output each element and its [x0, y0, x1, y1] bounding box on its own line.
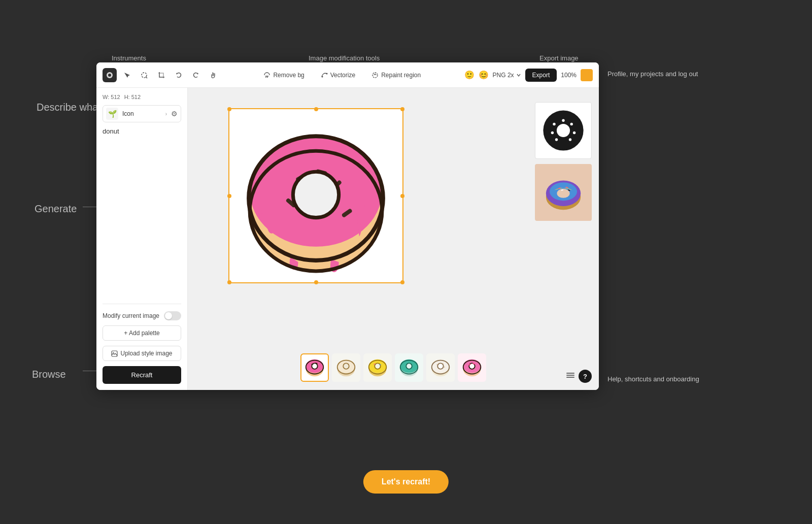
undo-tool[interactable]	[172, 68, 186, 82]
thumbnail-2[interactable]	[332, 353, 360, 382]
zoom-display: 100%	[561, 72, 577, 79]
prompt-textarea[interactable]: donut	[103, 127, 181, 299]
remove-bg-button[interactable]: Remove bg	[259, 70, 308, 81]
lets-recraft-button[interactable]: Let's recraft!	[363, 470, 449, 494]
toolbar-left	[103, 68, 220, 82]
svg-point-31	[570, 123, 573, 125]
sidebar-image-1[interactable]	[535, 102, 592, 159]
svg-point-5	[321, 76, 323, 77]
layer-chevron-icon: ›	[165, 111, 167, 117]
divider	[103, 304, 181, 304]
help-button[interactable]: ?	[579, 370, 592, 383]
toolbar: Remove bg Vectorize Repaint region 🙂	[96, 62, 599, 88]
profile-label: Profile, my projects and log out	[607, 70, 698, 79]
upload-style-button[interactable]: Upload style image	[103, 346, 181, 361]
instruments-label: Instruments	[112, 54, 146, 62]
left-panel: W: 512 H: 512 🌱 Icon › ⚙ donut Modify cu…	[96, 88, 188, 390]
svg-point-29	[553, 123, 555, 125]
content-area: W: 512 H: 512 🌱 Icon › ⚙ donut Modify cu…	[96, 88, 599, 390]
sidebar-image-2[interactable]	[535, 164, 592, 221]
svg-point-7	[373, 73, 378, 78]
thumbnail-3[interactable]	[363, 353, 392, 382]
svg-point-1	[108, 74, 111, 77]
svg-point-32	[573, 132, 576, 134]
add-palette-button[interactable]: + Add palette	[103, 325, 181, 341]
layer-item[interactable]: 🌱 Icon › ⚙	[103, 105, 181, 122]
emoji-1-button[interactable]: 🙂	[464, 70, 475, 80]
upload-icon	[111, 350, 118, 357]
thumbnail-4[interactable]	[395, 353, 423, 382]
svg-point-30	[562, 119, 564, 122]
bottom-cta: Let's recraft!	[363, 470, 449, 494]
generate-label: Generate	[35, 203, 77, 215]
donut-canvas[interactable]	[228, 108, 403, 283]
repaint-region-button[interactable]: Repaint region	[367, 70, 425, 81]
logo-button[interactable]	[103, 68, 117, 82]
crop-tool[interactable]	[154, 68, 168, 82]
svg-rect-8	[112, 351, 117, 356]
main-window: Remove bg Vectorize Repaint region 🙂	[96, 62, 599, 390]
donut-main-image	[229, 109, 402, 282]
resize-handle-tl[interactable]	[227, 107, 231, 111]
emoji-2-button[interactable]: 😊	[479, 70, 489, 80]
dimensions-display: W: 512 H: 512	[103, 94, 181, 100]
bw-donut-icon	[540, 108, 586, 153]
export-label: Export image	[539, 54, 579, 62]
svg-point-39	[557, 189, 569, 198]
lasso-tool[interactable]	[137, 68, 151, 82]
thumbnail-1[interactable]	[300, 353, 329, 382]
help-label: Help, shortcuts and onboarding	[607, 375, 699, 384]
svg-point-33	[569, 138, 571, 141]
select-tool[interactable]	[120, 68, 134, 82]
resize-handle-ml[interactable]	[227, 194, 231, 198]
svg-point-34	[555, 138, 558, 141]
canvas-area: ?	[188, 88, 599, 390]
resize-handle-bm[interactable]	[314, 280, 318, 284]
resize-handle-br[interactable]	[400, 280, 404, 284]
modify-row: Modify current image	[103, 311, 181, 320]
resize-handle-tm[interactable]	[314, 107, 318, 111]
thumbnail-strip	[300, 353, 486, 382]
toolbar-center: Remove bg Vectorize Repaint region	[224, 70, 460, 81]
svg-point-9	[113, 352, 114, 353]
browse-label: Browse	[32, 369, 66, 380]
svg-rect-83	[566, 373, 574, 374]
svg-point-75	[444, 367, 445, 368]
image-tools-label: Image modification tools	[309, 54, 380, 62]
export-button[interactable]: Export	[525, 69, 557, 82]
svg-point-6	[326, 73, 327, 74]
window-help-area: ?	[565, 370, 592, 383]
toolbar-right: 🙂 😊 PNG 2x Export 100%	[464, 69, 593, 82]
svg-point-73	[436, 364, 437, 365]
svg-rect-85	[566, 377, 574, 378]
resize-handle-bl[interactable]	[227, 280, 231, 284]
layer-settings-icon[interactable]: ⚙	[171, 110, 178, 118]
layers-icon[interactable]	[565, 370, 576, 382]
resize-handle-tr[interactable]	[400, 107, 404, 111]
format-selector[interactable]: PNG 2x	[493, 72, 521, 79]
modify-toggle[interactable]	[164, 311, 181, 320]
recraft-button[interactable]: Recraft	[103, 366, 181, 384]
svg-point-35	[551, 132, 554, 134]
resize-handle-mr[interactable]	[400, 194, 404, 198]
layer-icon: 🌱	[106, 108, 118, 120]
hand-tool[interactable]	[206, 68, 220, 82]
sidebar-images	[535, 102, 592, 221]
vectorize-button[interactable]: Vectorize	[317, 70, 359, 81]
redo-tool[interactable]	[189, 68, 203, 82]
color-swatch[interactable]	[581, 69, 593, 81]
svg-point-74	[443, 363, 444, 364]
thumbnail-6[interactable]	[458, 353, 486, 382]
thumbnail-5[interactable]	[426, 353, 455, 382]
svg-rect-84	[566, 375, 574, 376]
3d-donut-icon	[540, 170, 586, 215]
